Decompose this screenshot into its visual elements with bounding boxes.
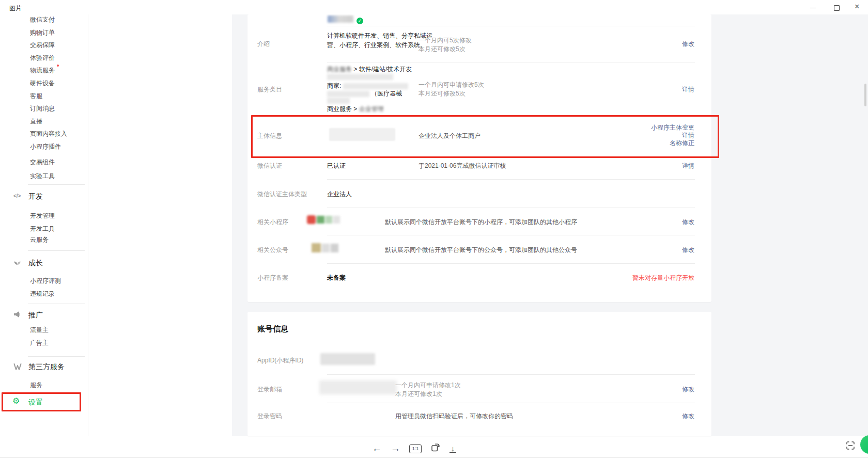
code-icon: </> [13,193,21,199]
service-category-line4: （医疗器械 [327,89,402,98]
sidebar-item-trade-components[interactable]: 交易组件 [30,158,55,167]
row-divider [327,26,695,26]
redacted-official-account-logos [312,243,338,252]
sidebar-item-hardware[interactable]: 硬件设备 [30,79,55,88]
download-icon[interactable]: ↓ [450,444,456,453]
sidebar-section-third-party[interactable]: 第三方服务 [28,362,65,372]
sidebar-item-services[interactable]: 服务 [30,381,42,390]
close-button[interactable]: × [853,0,868,14]
service-category-line1: 商业服务 > 软件/建站/技术开发 [327,65,412,74]
megaphone-icon [13,311,21,320]
sidebar-section-growth[interactable]: 成长 [28,259,43,268]
wechat-verify-desc: 于2021-01-06完成微信认证审核 [419,162,506,170]
sidebar-divider-line [88,14,88,436]
sidebar-section-promotion[interactable]: 推广 [28,311,43,320]
sidebar-item-page-content[interactable]: 页面内容接入 [30,130,67,138]
image-viewer-toolbar: ← → 1:1 ↓ [372,442,456,455]
sidebar-item-customer-service[interactable]: 客服 [30,92,42,101]
subject-info-label: 主体信息 [257,132,282,140]
sidebar-item-shopping-orders[interactable]: 购物订单 [30,28,55,37]
sidebar-item-wechat-pay[interactable]: 微信支付 [30,15,55,24]
previous-image-icon[interactable]: ← [372,443,382,454]
gear-icon: ⚙ [12,396,20,406]
related-mini-label: 相关小程序 [257,218,288,227]
window-titlebar: 图片 [0,0,868,14]
subject-info-desc: 企业法人及个体工商户 [419,132,481,140]
minimize-button[interactable] [807,0,825,14]
sidebar-section-divider [28,184,85,185]
redacted-login-email [319,380,397,394]
registration-value: 未备案 [327,274,346,282]
sidebar-item-trade-guarantee[interactable]: 交易保障 [30,41,55,50]
minimize-icon [810,8,816,8]
sidebar-item-subscribe-msg[interactable]: 订阅消息 [30,104,55,113]
sidebar-item-live[interactable]: 直播 [30,117,42,126]
row-divider [327,62,695,62]
scan-text-icon[interactable] [845,440,856,451]
intro-label: 介绍 [257,40,270,49]
service-category-quota: 一个月内可申请修改5次 本月还可修改5次 [419,81,484,98]
sidebar-item-logistics[interactable]: 物流服务 [30,66,55,75]
sidebar-section-divider [28,304,85,304]
floating-action-button[interactable] [860,435,868,454]
sidebar-item-dev-manage[interactable]: 开发管理 [30,212,55,220]
sidebar-item-lab-tools[interactable]: 实验工具 [30,172,55,181]
verify-type-value: 企业法人 [327,190,352,199]
row-divider [327,179,695,180]
related-mini-desc: 默认展示同个微信开放平台账号下的小程序，可添加团队的其他小程序 [385,218,577,227]
info-card [247,14,711,302]
login-password-modify-link[interactable]: 修改 [682,412,694,421]
registration-label: 小程序备案 [257,274,288,282]
sidebar-item-experience-eval[interactable]: 体验评价 [30,54,55,62]
login-password-desc: 用管理员微信扫码验证后，可修改你的密码 [395,412,513,421]
appid-label: AppID(小程序ID) [257,356,303,365]
new-badge-dot [57,65,59,67]
related-mp-desc: 默认展示同个微信开放平台账号下的公众号，可添加团队的其他公众号 [385,246,577,255]
redacted-category-line [327,74,393,80]
wechat-verify-label: 微信认证 [257,162,282,170]
sidebar-item-advertiser[interactable]: 广告主 [30,339,49,347]
sidebar-item-dev-tools[interactable]: 开发工具 [30,225,55,233]
login-email-modify-link[interactable]: 修改 [682,385,694,394]
row-divider [327,208,695,208]
window-bottom-edge [0,457,868,458]
subject-name-fix-link[interactable]: 名称修正 [670,139,694,148]
window-title: 图片 [9,4,22,13]
row-divider [327,263,695,264]
rotate-icon[interactable] [430,442,441,455]
third-party-icon [13,363,22,372]
sidebar-item-traffic-owner[interactable]: 流量主 [30,326,49,335]
scrollbar-thumb[interactable] [864,84,866,106]
related-mini-modify-link[interactable]: 修改 [682,218,694,227]
next-image-icon[interactable]: → [391,443,400,454]
login-email-label: 登录邮箱 [257,385,282,394]
sidebar-item-plugins[interactable]: 小程序插件 [30,142,61,151]
redacted-category-line [327,98,350,104]
wechat-verify-value: 已认证 [327,162,346,170]
sidebar-section-settings[interactable]: 设置 [28,398,43,407]
sidebar-section-divider [28,250,85,251]
intro-quota: 一个月内可5次修改 本月还可修改5次 [419,36,472,54]
service-category-detail-link[interactable]: 详情 [682,85,694,94]
sidebar-section-develop[interactable]: 开发 [28,192,43,201]
related-mp-label: 相关公众号 [257,246,288,255]
maximize-icon [834,5,840,11]
sidebar-item-cloud[interactable]: 云服务 [30,235,49,244]
login-email-quota: 一个月内可申请修改1次 本月还可修改1次 [395,381,461,399]
service-category-label: 服务类目 [257,85,282,94]
sidebar-item-mini-eval[interactable]: 小程序评测 [30,277,61,285]
maximize-button[interactable] [831,0,848,14]
close-icon: × [855,3,859,11]
related-mp-modify-link[interactable]: 修改 [682,246,694,255]
login-password-label: 登录密码 [257,412,282,421]
wechat-verify-detail-link[interactable]: 详情 [682,162,694,170]
redacted-mini-program-logos [307,215,340,224]
registration-status-link[interactable]: 暂未对存量小程序开放 [632,274,694,282]
redacted-appid [320,353,375,365]
intro-modify-link[interactable]: 修改 [682,40,694,49]
actual-size-icon[interactable]: 1:1 [409,444,422,453]
redacted-subject-name [329,128,395,141]
row-divider [327,403,695,403]
row-divider [327,235,695,235]
sidebar-item-violations[interactable]: 违规记录 [30,290,55,298]
